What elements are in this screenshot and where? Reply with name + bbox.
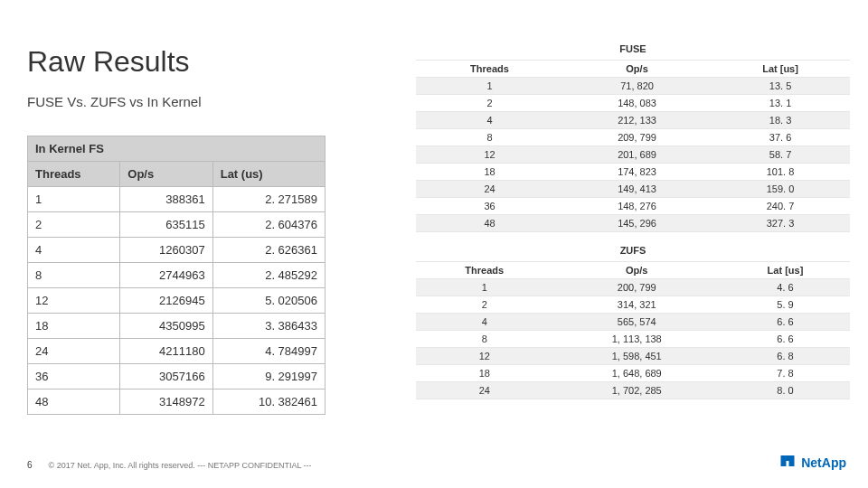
col-threads: Threads <box>28 162 120 187</box>
table-row: 1 71, 820 13. 5 <box>416 78 850 95</box>
col-ops: Op/s <box>553 262 721 279</box>
col-ops: Op/s <box>120 162 212 187</box>
col-ops: Op/s <box>563 61 711 78</box>
cell-lat: 6. 8 <box>721 348 850 365</box>
table-row: 8 209, 799 37. 6 <box>416 129 850 146</box>
table-row: 48 145, 296 327. 3 <box>416 215 850 232</box>
table-row: 36 3057166 9. 291997 <box>28 364 326 389</box>
cell-lat: 13. 1 <box>711 95 850 112</box>
in-kernel-body: 1 388361 2. 271589 2 635115 2. 604376 4 … <box>28 187 326 415</box>
cell-lat: 4. 6 <box>721 279 850 296</box>
table-row: 12 1, 598, 451 6. 8 <box>416 348 850 365</box>
cell-threads: 2 <box>416 296 553 314</box>
table-row: 4 212, 133 18. 3 <box>416 112 850 129</box>
cell-threads: 4 <box>28 238 120 263</box>
cell-ops: 388361 <box>120 187 212 212</box>
cell-ops: 148, 276 <box>563 198 711 215</box>
table-row: 8 2744963 2. 485292 <box>28 263 326 288</box>
cell-threads: 24 <box>416 382 553 399</box>
cell-threads: 36 <box>416 198 563 215</box>
cell-ops: 4350995 <box>120 314 212 339</box>
table-row: 2 314, 321 5. 9 <box>416 296 850 314</box>
cell-threads: 24 <box>28 339 120 364</box>
cell-threads: 36 <box>28 364 120 389</box>
cell-threads: 1 <box>416 279 553 296</box>
table-row: 24 1, 702, 285 8. 0 <box>416 382 850 399</box>
cell-ops: 2126945 <box>120 288 212 314</box>
cell-threads: 4 <box>416 112 563 129</box>
cell-lat: 6. 6 <box>721 331 850 348</box>
table-row: 18 174, 823 101. 8 <box>416 164 850 181</box>
cell-threads: 2 <box>416 95 563 112</box>
cell-lat: 58. 7 <box>711 146 850 164</box>
cell-lat: 6. 6 <box>721 314 850 331</box>
cell-threads: 4 <box>416 314 553 331</box>
cell-threads: 48 <box>28 389 120 415</box>
col-threads: Threads <box>416 262 553 279</box>
col-threads: Threads <box>416 61 563 78</box>
cell-ops: 174, 823 <box>563 164 711 181</box>
cell-lat: 2. 626361 <box>212 238 325 263</box>
table-row: 2 635115 2. 604376 <box>28 212 326 238</box>
cell-ops: 209, 799 <box>563 129 711 146</box>
cell-lat: 4. 784997 <box>212 339 325 364</box>
cell-ops: 565, 574 <box>553 314 721 331</box>
cell-ops: 201, 689 <box>563 146 711 164</box>
zufs-body: 1 200, 799 4. 6 2 314, 321 5. 9 4 565, 5… <box>416 279 850 399</box>
cell-lat: 7. 8 <box>721 365 850 382</box>
cell-lat: 327. 3 <box>711 215 850 232</box>
cell-ops: 1, 598, 451 <box>553 348 721 365</box>
cell-lat: 101. 8 <box>711 164 850 181</box>
cell-lat: 10. 382461 <box>212 389 325 415</box>
col-lat: Lat [us] <box>721 262 850 279</box>
cell-lat: 8. 0 <box>721 382 850 399</box>
cell-lat: 3. 386433 <box>212 314 325 339</box>
cell-threads: 1 <box>416 78 563 95</box>
cell-threads: 2 <box>28 212 120 238</box>
page-title: Raw Results <box>27 45 190 79</box>
netapp-logo-text: NetApp <box>801 455 846 470</box>
cell-ops: 148, 083 <box>563 95 711 112</box>
cell-threads: 8 <box>28 263 120 288</box>
table-row: 24 4211180 4. 784997 <box>28 339 326 364</box>
table-row: 12 201, 689 58. 7 <box>416 146 850 164</box>
fuse-table: FUSE Threads Op/s Lat [us] 1 71, 820 13.… <box>416 36 850 232</box>
cell-ops: 71, 820 <box>563 78 711 95</box>
cell-lat: 9. 291997 <box>212 364 325 389</box>
cell-ops: 212, 133 <box>563 112 711 129</box>
cell-lat: 159. 0 <box>711 181 850 198</box>
cell-ops: 3148972 <box>120 389 212 415</box>
cell-ops: 1, 702, 285 <box>553 382 721 399</box>
cell-ops: 149, 413 <box>563 181 711 198</box>
col-lat: Lat (us) <box>212 162 325 187</box>
cell-lat: 18. 3 <box>711 112 850 129</box>
cell-threads: 8 <box>416 331 553 348</box>
table-row: 24 149, 413 159. 0 <box>416 181 850 198</box>
zufs-table: ZUFS Threads Op/s Lat [us] 1 200, 799 4.… <box>416 238 850 399</box>
table-row: 8 1, 113, 138 6. 6 <box>416 331 850 348</box>
cell-threads: 12 <box>416 146 563 164</box>
netapp-logo-icon <box>779 453 796 472</box>
cell-lat: 2. 604376 <box>212 212 325 238</box>
right-panel: FUSE Threads Op/s Lat [us] 1 71, 820 13.… <box>416 36 850 405</box>
cell-threads: 8 <box>416 129 563 146</box>
cell-threads: 1 <box>28 187 120 212</box>
copyright-text: © 2017 Net. App, Inc. All rights reserve… <box>49 461 312 470</box>
in-kernel-table: In Kernel FS Threads Op/s Lat (us) 1 388… <box>27 136 326 415</box>
cell-lat: 2. 485292 <box>212 263 325 288</box>
cell-threads: 48 <box>416 215 563 232</box>
cell-ops: 1260307 <box>120 238 212 263</box>
table-row: 1 200, 799 4. 6 <box>416 279 850 296</box>
table-row: 18 1, 648, 689 7. 8 <box>416 365 850 382</box>
cell-ops: 1, 648, 689 <box>553 365 721 382</box>
slide: Raw Results FUSE Vs. ZUFS vs In Kernel I… <box>0 0 868 488</box>
cell-ops: 2744963 <box>120 263 212 288</box>
cell-lat: 5. 9 <box>721 296 850 314</box>
cell-lat: 5. 020506 <box>212 288 325 314</box>
cell-ops: 4211180 <box>120 339 212 364</box>
page-subtitle: FUSE Vs. ZUFS vs In Kernel <box>27 94 202 109</box>
cell-ops: 1, 113, 138 <box>553 331 721 348</box>
cell-threads: 12 <box>28 288 120 314</box>
cell-ops: 145, 296 <box>563 215 711 232</box>
cell-threads: 24 <box>416 181 563 198</box>
